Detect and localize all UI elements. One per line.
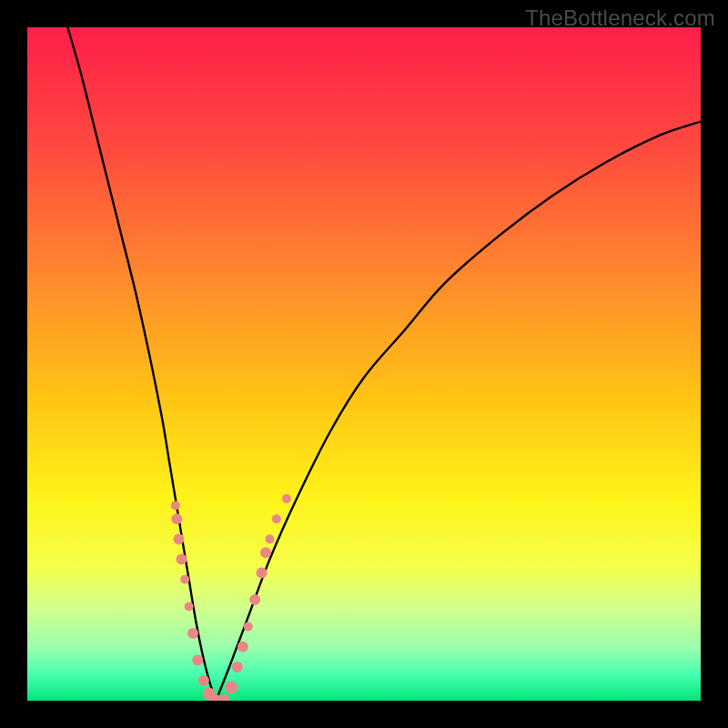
watermark-text: TheBottleneck.com: [525, 5, 715, 31]
scatter-dot: [260, 547, 271, 558]
scatter-dot: [171, 500, 180, 510]
scatter-dot: [272, 514, 281, 523]
scatter-dot: [176, 554, 187, 565]
gradient-background: [27, 27, 701, 701]
chart-frame: TheBottleneck.com: [0, 0, 728, 728]
scatter-dot: [192, 655, 203, 666]
scatter-dot: [180, 575, 189, 584]
chart-svg: [27, 27, 701, 701]
scatter-dot: [185, 602, 194, 611]
scatter-dot: [244, 622, 253, 632]
scatter-dot: [257, 567, 268, 578]
scatter-dot: [198, 675, 209, 686]
plot-area: [27, 27, 701, 701]
scatter-dot: [174, 533, 185, 544]
scatter-dot: [225, 681, 238, 693]
scatter-dot: [265, 534, 274, 543]
scatter-dot: [187, 628, 198, 639]
scatter-dot: [238, 642, 248, 652]
scatter-dot: [232, 662, 243, 672]
scatter-dot: [171, 513, 182, 524]
scatter-dot: [282, 494, 291, 503]
scatter-dot: [249, 594, 260, 605]
